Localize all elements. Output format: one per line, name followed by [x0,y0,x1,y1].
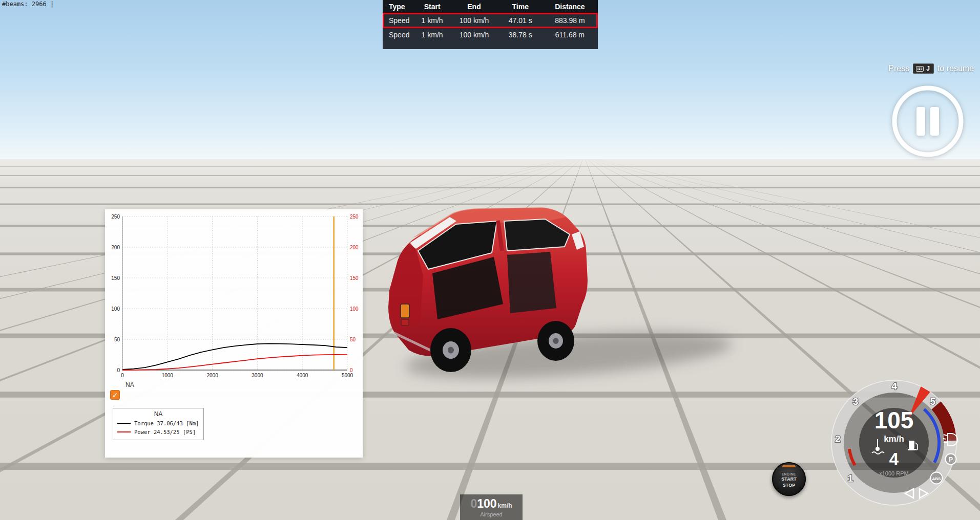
timer-cell: Speed [383,28,415,39]
svg-text:150: 150 [350,275,359,281]
series-checkbox[interactable]: ✓ [110,390,120,400]
timer-cell: 100 km/h [449,28,499,39]
pause-button[interactable] [890,83,966,159]
legend-row: Power 24.53/25 [PS] [117,429,199,435]
header-cell: End [449,3,499,11]
resume-hint-suffix: to resume [937,64,974,73]
svg-text:P: P [949,456,953,463]
pause-icon [916,107,939,136]
dyno-chart-panel: 0050501001001501502002002502500100020003… [105,209,363,458]
engine-start-stop-button[interactable]: ENGINE START STOP [772,462,806,496]
svg-text:100: 100 [111,306,120,312]
timer-row: Speed1 km/h100 km/h38.78 s611.68 m [383,28,598,39]
header-cell: Time [499,3,542,11]
svg-text:200: 200 [111,245,120,250]
svg-text:0: 0 [350,367,353,373]
svg-text:ABS: ABS [932,476,942,481]
svg-text:0: 0 [121,373,124,378]
airspeed-value: 0100km/h [460,498,523,510]
engine-button-line2: START [781,476,796,482]
airspeed-number: 100 [477,497,496,510]
timer-table: Type Start End Time Distance Speed1 km/h… [383,0,598,49]
key-badge: J [913,63,934,74]
svg-text:250: 250 [111,214,120,220]
taillight-red [401,319,409,326]
debug-beams-counter: #beams: 2966 | [2,1,54,8]
legend-title: NA [117,410,199,418]
svg-text:50: 50 [114,337,120,342]
legend-label: Torque 37.06/43 [Nm] [134,420,199,426]
svg-text:250: 250 [350,214,359,220]
tach-number: 1 [848,473,853,484]
timer-cell: 1 km/h [415,16,449,25]
dyno-legend: NA Torque 37.06/43 [Nm] Power 24.53/25 [… [113,408,204,440]
tach-gear: 4 [889,449,899,468]
svg-text:3000: 3000 [252,373,263,378]
header-cell: Distance [542,3,598,11]
tach-speed: 105 [874,407,914,434]
svg-text:200: 200 [350,245,359,250]
timer-table-footer [383,39,598,49]
timer-cell: Speed [383,16,415,25]
airspeed-leading-zero: 0 [470,497,477,510]
tach-rpm-caption: x1000 RPM [879,470,908,476]
svg-text:50: 50 [350,337,356,342]
torque-line-swatch [117,423,131,424]
timer-cell: 47.01 s [499,16,542,25]
airspeed-label: Airspeed [460,511,523,517]
legend-label: Power 24.53/25 [PS] [134,429,196,435]
airspeed-widget: 0100km/h Airspeed [460,494,523,520]
legend-row: Torque 37.06/43 [Nm] [117,420,199,426]
tach-number: 5 [930,396,935,407]
timer-cell: 38.78 s [499,28,542,39]
key-label: J [926,65,930,72]
svg-text:1000: 1000 [162,373,174,378]
timer-row: Speed1 km/h100 km/h47.01 s883.98 m [383,13,598,28]
timer-cell: 611.68 m [542,28,598,39]
header-cell: Type [383,3,415,11]
resume-hint-press: Press [888,64,909,73]
pause-ring [894,88,961,155]
svg-text:4000: 4000 [297,373,308,378]
timer-cell: 1 km/h [415,28,449,39]
svg-text:5000: 5000 [342,373,353,378]
abs-indicator: ABS [931,472,943,484]
timer-table-header: Type Start End Time Distance [383,0,598,13]
tach-number: 4 [891,381,897,392]
tach-number: 2 [835,434,841,444]
tachometer: 12345 P ABS 105 km/h 4 x1000 RPM [817,366,971,519]
tach-number: 3 [853,396,859,407]
airspeed-unit: km/h [498,502,512,509]
dyno-chart: 0050501001001501502002002502500100020003… [105,212,363,382]
timer-cell: 883.98 m [542,16,598,25]
front-wheel [537,321,574,361]
resume-hint: Press J to resume [888,63,974,74]
tach-speed-unit: km/h [884,434,904,444]
header-cell: Start [415,3,449,11]
parking-brake-indicator: P [946,454,956,465]
rear-wheel [430,328,471,372]
series-na-label: NA [126,381,363,388]
door-opening [507,252,556,313]
vehicle [373,204,614,378]
svg-text:2000: 2000 [206,373,218,378]
engine-button-line1: ENGINE [782,472,796,476]
svg-text:0: 0 [117,367,120,373]
engine-button-line3: STOP [783,483,795,488]
svg-text:150: 150 [111,275,120,281]
power-line-swatch [117,431,131,432]
checkbox-check-icon: ✓ [112,391,118,399]
keyboard-icon [916,66,924,72]
taillight-amber [401,304,409,318]
timer-cell: 100 km/h [449,16,499,25]
svg-text:100: 100 [350,306,359,312]
